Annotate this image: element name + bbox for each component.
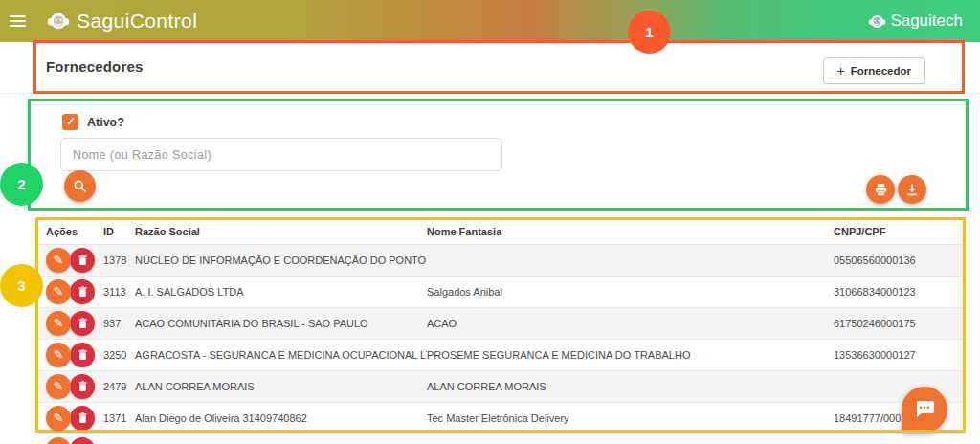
cell-cnpj-cpf: 31066834000123 [834,286,966,298]
trash-icon [78,255,88,266]
brand-title: Saguitech [890,11,963,31]
filter-panel: Ativo? [31,101,967,208]
edit-button[interactable]: ✎ [46,406,71,431]
plus-icon: + [837,64,845,78]
monkey-brand-icon [868,12,886,31]
cell-cnpj-cpf: 61750246000175 [834,318,966,329]
table-row: ✎ 3250 AGRACOSTA - SEGURANCA E MEDICINA … [35,339,966,370]
table-row: ✎ 937 ACAO COMUNITARIA DO BRASIL - SAO P… [35,307,966,339]
app-title: SaguiControl [77,10,197,33]
cell-cnpj-cpf: 05506560000136 [834,255,966,266]
cell-nome-fantasia: Tec Master Eletrônica Delivery [427,412,834,424]
cell-razao-social: NÚCLEO DE INFORMAÇÃO E COORDENAÇÃO DO PO… [135,255,427,266]
cell-nome-fantasia: PROSEME SEGURANCA E MEDICINA DO TRABALHO [427,349,834,361]
delete-button[interactable] [70,248,95,273]
app-logo: SaguiControl [47,10,197,33]
edit-button[interactable]: ✎ [46,343,71,367]
page-title: Fornecedores [46,58,144,75]
edit-button[interactable]: ✎ [46,374,71,399]
column-header-acoes: Ações [46,226,103,237]
cell-razao-social: A. I. SALGADOS LTDA [135,286,427,298]
app-window: SaguiControl Saguitech Fornecedores + Fo… [0,0,980,444]
monkey-logo-icon [47,10,70,33]
cell-razao-social: ACAO COMUNITARIA DO BRASIL - SAO PAULO [135,318,427,329]
row-actions: ✎ [46,311,103,336]
edit-button[interactable]: ✎ [46,437,71,444]
cell-razao-social: ALAN CORREA MORAIS [135,381,427,392]
row-actions: ✎ [46,343,103,367]
cell-nome-fantasia: ACAO [427,318,834,329]
download-button[interactable] [898,175,926,204]
printer-icon [874,183,888,197]
row-actions: ✎ [46,406,103,431]
trash-icon [78,286,88,298]
edit-button[interactable]: ✎ [46,248,71,273]
table-row-partial: ✎ [35,433,966,444]
cell-id: 937 [103,318,135,329]
menu-hamburger-icon[interactable] [10,15,26,28]
cell-id: 1378 [103,255,135,266]
column-header-nome-fantasia: Nome Fantasia [427,226,834,237]
pencil-icon: ✎ [54,285,64,298]
chat-button[interactable] [902,387,947,433]
search-icon [73,179,87,193]
add-fornecedor-label: Fornecedor [851,65,911,77]
active-checkbox-label: Ativo? [87,116,124,129]
app-header: SaguiControl Saguitech [0,0,980,42]
column-header-cnpj-cpf: CNPJ/CPF [834,226,966,237]
active-checkbox[interactable] [62,114,78,130]
delete-button[interactable] [70,374,95,399]
row-actions: ✎ [46,279,103,304]
active-filter[interactable]: Ativo? [62,114,124,130]
pencil-icon: ✎ [54,348,64,361]
row-actions: ✎ [46,374,103,399]
add-fornecedor-button[interactable]: + Fornecedor [823,57,925,84]
cell-razao-social: Alan Diego de Oliveira 31409740862 [135,412,427,424]
search-button[interactable] [64,170,96,202]
column-header-razao-social: Razão Social [135,226,427,237]
cell-id: 3113 [103,286,135,298]
table-header-row: Ações ID Razão Social Nome Fantasia CNPJ… [35,218,966,244]
delete-button[interactable] [70,406,95,431]
cell-nome-fantasia: ALAN CORREA MORAIS [427,381,834,392]
cell-razao-social: AGRACOSTA - SEGURANCA E MEDICINA OCUPACI… [135,349,427,361]
download-icon [905,183,919,197]
table-row: ✎ 1371 Alan Diego de Oliveira 3140974086… [35,402,966,433]
edit-button[interactable]: ✎ [46,279,71,304]
cell-id: 1371 [103,412,135,424]
trash-icon [78,318,88,329]
table-body: ✎ 1378 NÚCLEO DE INFORMAÇÃO E COORDENAÇÃ… [35,244,966,433]
table-row: ✎ 3113 A. I. SALGADOS LTDA Salgados Anib… [35,276,966,307]
print-button[interactable] [866,175,895,204]
trash-icon [78,412,88,424]
cell-nome-fantasia: Salgados Anibal [427,286,834,298]
name-search-input[interactable] [60,138,502,171]
pencil-icon: ✎ [54,380,64,392]
delete-button[interactable] [70,343,95,367]
row-actions: ✎ [46,248,103,273]
table-row: ✎ 1378 NÚCLEO DE INFORMAÇÃO E COORDENAÇÃ… [35,244,966,276]
page-title-bar: Fornecedores + Fornecedor [0,42,980,94]
chat-bubble-icon [913,398,936,421]
pencil-icon: ✎ [54,317,64,329]
column-header-id: ID [103,226,135,237]
delete-button[interactable] [70,279,95,304]
cell-cnpj-cpf: 13536630000127 [834,349,966,361]
delete-button[interactable] [70,437,95,444]
edit-button[interactable]: ✎ [46,311,71,336]
cell-id: 3250 [103,349,135,361]
trash-icon [78,381,88,392]
cell-id: 2479 [103,381,135,392]
suppliers-table: Ações ID Razão Social Nome Fantasia CNPJ… [35,218,966,444]
trash-icon [78,349,88,361]
delete-button[interactable] [70,311,95,336]
pencil-icon: ✎ [54,411,64,424]
brand-logo: Saguitech [868,0,963,42]
table-row: ✎ 2479 ALAN CORREA MORAIS ALAN CORREA MO… [35,370,966,402]
pencil-icon: ✎ [54,254,64,266]
